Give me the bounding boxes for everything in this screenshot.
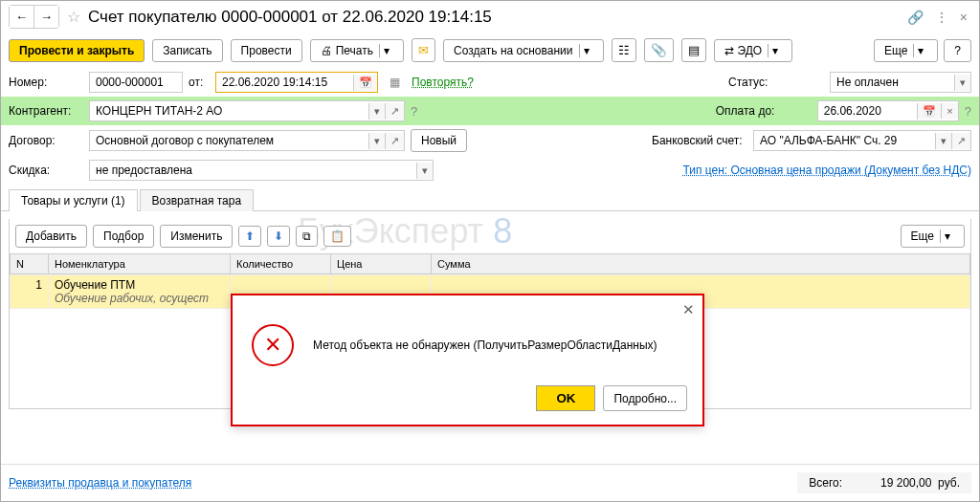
dropdown-icon[interactable]: ▾ (935, 133, 951, 149)
col-qty[interactable]: Количество (231, 254, 331, 274)
total-value: 19 200,00 (880, 476, 931, 490)
payby-field[interactable] (818, 101, 918, 120)
modal-message: Метод объекта не обнаружен (ПолучитьРазм… (313, 338, 657, 352)
bank-field[interactable] (754, 131, 935, 150)
link-icon[interactable]: 🔗 (903, 8, 927, 27)
total-label: Всего: (809, 476, 842, 490)
bank-label: Банковский счет: (652, 134, 747, 147)
error-icon: ✕ (252, 324, 294, 366)
payby-label: Оплата до: (716, 104, 812, 118)
counterparty-label: Контрагент: (9, 104, 83, 118)
more-button[interactable]: Еще▾ (874, 39, 938, 62)
envelope-icon: ✉ (418, 43, 429, 57)
table-more-button[interactable]: Еще▾ (901, 225, 965, 248)
tab-tare[interactable]: Возвратная тара (140, 189, 255, 211)
print-button[interactable]: 🖨Печать▾ (310, 39, 404, 62)
copy-icon[interactable]: ⧉ (296, 226, 318, 247)
clear-icon[interactable]: × (941, 103, 957, 119)
calendar-icon[interactable]: 📅 (353, 75, 377, 91)
tab-goods[interactable]: Товары и услуги (1) (9, 189, 138, 211)
show-icon[interactable]: ▦ (390, 76, 400, 89)
save-button[interactable]: Записать (152, 39, 222, 62)
modal-details-button[interactable]: Подробно... (603, 385, 687, 411)
date-field[interactable] (216, 73, 353, 92)
favorite-icon[interactable]: ☆ (67, 8, 80, 26)
dropdown-icon[interactable]: ▾ (954, 75, 970, 91)
calendar-icon[interactable]: 📅 (917, 103, 941, 120)
number-label: Номер: (9, 76, 83, 89)
status-label: Статус: (728, 76, 824, 89)
dropdown-icon[interactable]: ▾ (368, 103, 385, 120)
close-icon[interactable]: × (956, 8, 971, 27)
menu-icon[interactable]: ⋮ (931, 8, 952, 27)
open-icon[interactable]: ↗ (385, 103, 404, 120)
modal-close-button[interactable]: ✕ (682, 301, 695, 318)
help-icon[interactable]: ? (965, 104, 971, 119)
col-price[interactable]: Цена (331, 254, 432, 274)
move-down-button[interactable]: ⬇ (267, 226, 290, 247)
dropdown-icon[interactable]: ▾ (368, 133, 385, 149)
help-button[interactable]: ? (944, 39, 971, 62)
contract-field[interactable] (90, 131, 368, 150)
col-sum[interactable]: Сумма (432, 254, 970, 274)
create-based-button[interactable]: Создать на основании▾ (443, 39, 604, 62)
commit-close-button[interactable]: Провести и закрыть (9, 39, 145, 62)
help-icon[interactable]: ? (411, 104, 417, 119)
number-field[interactable] (90, 73, 182, 92)
counterparty-field[interactable] (90, 101, 368, 120)
contract-label: Договор: (9, 134, 83, 147)
currency: руб. (938, 476, 960, 490)
col-nom[interactable]: Номенклатура (49, 254, 231, 274)
open-icon[interactable]: ↗ (951, 133, 970, 149)
open-icon[interactable]: ↗ (385, 133, 404, 149)
discount-label: Скидка: (9, 164, 83, 177)
printer-icon: 🖨 (321, 44, 332, 57)
repeat-link[interactable]: Повторять? (412, 76, 474, 89)
attach-icon[interactable]: 📎 (644, 38, 674, 62)
dropdown-icon[interactable]: ▾ (416, 163, 433, 179)
back-button[interactable]: ← (10, 6, 33, 28)
edo-button[interactable]: ⇄ЭДО▾ (714, 39, 793, 62)
col-n[interactable]: N (11, 254, 49, 274)
forward-button[interactable]: → (33, 6, 58, 28)
pick-button[interactable]: Подбор (93, 225, 154, 248)
move-up-button[interactable]: ⬆ (238, 226, 261, 247)
email-button[interactable]: ✉ (412, 38, 435, 62)
requisites-link[interactable]: Реквизиты продавца и покупателя (9, 476, 191, 490)
paste-icon[interactable]: 📋 (323, 226, 351, 247)
commit-button[interactable]: Провести (231, 39, 302, 62)
add-row-button[interactable]: Добавить (15, 225, 87, 248)
discount-field[interactable] (90, 161, 416, 180)
form-icon[interactable]: ☷ (612, 38, 636, 62)
edit-row-button[interactable]: Изменить (160, 225, 233, 248)
modal-ok-button[interactable]: OK (536, 385, 595, 411)
transfer-icon: ⇄ (724, 44, 734, 57)
window-title: Счет покупателю 0000-000001 от 22.06.202… (88, 8, 900, 27)
list-icon[interactable]: ▤ (681, 38, 706, 62)
price-type-link[interactable]: Тип цен: Основная цена продажи (Документ… (682, 164, 971, 177)
status-field[interactable] (831, 73, 954, 92)
from-label: от: (189, 76, 210, 89)
error-modal: ✕ ✕ Метод объекта не обнаружен (Получить… (231, 294, 704, 426)
new-contract-button[interactable]: Новый (411, 129, 467, 152)
